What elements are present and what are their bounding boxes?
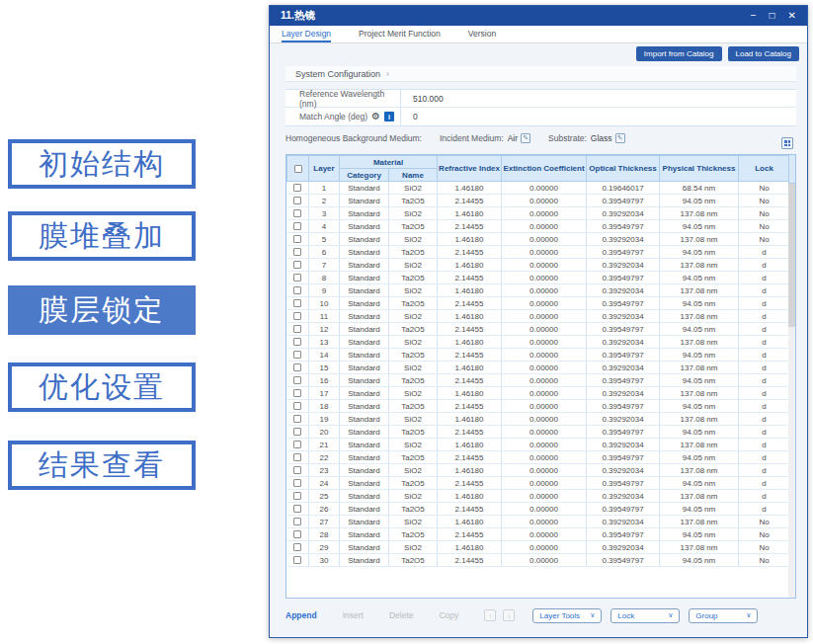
cell-category[interactable]: Standard [340, 246, 389, 259]
cell-physical-thickness[interactable]: 94.05 nm [660, 272, 739, 284]
cell-extinction-coefficient[interactable]: 0.00000 [502, 387, 587, 400]
cell-category[interactable]: Standard [340, 182, 389, 195]
cell-extinction-coefficient[interactable]: 0.00000 [502, 413, 587, 426]
cell-material-name[interactable]: SiO2 [389, 362, 438, 374]
cell-extinction-coefficient[interactable]: 0.00000 [502, 297, 587, 310]
cell-optical-thickness[interactable]: 0.39549797 [587, 477, 660, 490]
cell-category[interactable]: Standard [340, 233, 389, 246]
cell-refractive-index[interactable]: 1.46180 [438, 413, 502, 426]
cell-refractive-index[interactable]: 2.14455 [438, 297, 502, 310]
gear-icon[interactable]: ⚙ [371, 112, 380, 121]
cell-extinction-coefficient[interactable]: 0.00000 [502, 207, 587, 220]
cell-extinction-coefficient[interactable]: 0.00000 [502, 451, 587, 464]
cell-physical-thickness[interactable]: 94.05 nm [660, 400, 739, 413]
cell-category[interactable]: Standard [340, 477, 389, 490]
sidebar-item-stack-superposition[interactable]: 膜堆叠加 [8, 211, 196, 261]
cell-category[interactable]: Standard [340, 336, 389, 349]
cell-lock[interactable]: d [739, 451, 790, 464]
cell-category[interactable]: Standard [340, 387, 389, 400]
column-settings-icon[interactable] [781, 137, 793, 149]
row-checkbox[interactable] [293, 312, 301, 320]
cell-extinction-coefficient[interactable]: 0.00000 [502, 246, 587, 259]
move-up-button[interactable]: ↑ [484, 609, 496, 621]
cell-material-name[interactable]: Ta2O5 [389, 400, 438, 413]
cell-lock[interactable]: No [739, 182, 790, 195]
cell-optical-thickness[interactable]: 0.39549797 [587, 220, 660, 233]
cell-material-name[interactable]: SiO2 [389, 439, 438, 451]
cell-physical-thickness[interactable]: 94.05 nm [660, 297, 739, 310]
cell-lock[interactable]: d [739, 272, 790, 284]
cell-optical-thickness[interactable]: 0.39549797 [587, 297, 660, 310]
cell-category[interactable]: Standard [340, 490, 389, 503]
cell-lock[interactable]: No [739, 554, 790, 567]
cell-refractive-index[interactable]: 1.46180 [438, 516, 502, 528]
row-checkbox[interactable] [293, 428, 301, 436]
edit-substrate-icon[interactable]: ✎ [615, 133, 625, 143]
cell-refractive-index[interactable]: 1.46180 [438, 362, 502, 374]
cell-physical-thickness[interactable]: 94.05 nm [660, 323, 739, 336]
cell-physical-thickness[interactable]: 137.08 nm [660, 387, 739, 400]
cell-lock[interactable]: d [739, 426, 790, 439]
cell-refractive-index[interactable]: 2.14455 [438, 528, 502, 541]
cell-lock[interactable]: No [739, 220, 790, 233]
cell-refractive-index[interactable]: 2.14455 [438, 246, 502, 259]
cell-extinction-coefficient[interactable]: 0.00000 [502, 554, 587, 567]
sidebar-item-initial-structure[interactable]: 初始结构 [8, 139, 196, 189]
cell-refractive-index[interactable]: 2.14455 [438, 374, 502, 387]
cell-lock[interactable]: d [739, 439, 790, 451]
cell-extinction-coefficient[interactable]: 0.00000 [502, 349, 587, 362]
delete-button[interactable]: Delete [389, 610, 414, 620]
cell-refractive-index[interactable]: 2.14455 [438, 503, 502, 516]
cell-extinction-coefficient[interactable]: 0.00000 [502, 195, 587, 207]
cell-extinction-coefficient[interactable]: 0.00000 [502, 503, 587, 516]
cell-material-name[interactable]: SiO2 [389, 310, 438, 323]
cell-material-name[interactable]: Ta2O5 [389, 349, 438, 362]
cell-extinction-coefficient[interactable]: 0.00000 [502, 323, 587, 336]
cell-extinction-coefficient[interactable]: 0.00000 [502, 464, 587, 477]
cell-refractive-index[interactable]: 2.14455 [438, 272, 502, 284]
tab-layer-design[interactable]: Layer Design [282, 26, 331, 42]
cell-category[interactable]: Standard [340, 516, 389, 528]
cell-material-name[interactable]: Ta2O5 [389, 477, 438, 490]
row-checkbox[interactable] [293, 325, 301, 333]
row-checkbox[interactable] [293, 351, 301, 359]
row-checkbox[interactable] [293, 556, 301, 564]
cell-optical-thickness[interactable]: 0.39292034 [587, 362, 660, 374]
cell-material-name[interactable]: SiO2 [389, 516, 438, 528]
cell-category[interactable]: Standard [340, 323, 389, 336]
cell-material-name[interactable]: Ta2O5 [389, 451, 438, 464]
cell-refractive-index[interactable]: 2.14455 [438, 400, 502, 413]
cell-refractive-index[interactable]: 2.14455 [438, 451, 502, 464]
cell-physical-thickness[interactable]: 137.08 nm [660, 259, 739, 272]
row-checkbox[interactable] [293, 197, 301, 204]
append-button[interactable]: Append [285, 610, 317, 620]
cell-physical-thickness[interactable]: 137.08 nm [660, 490, 739, 503]
cell-refractive-index[interactable]: 2.14455 [438, 349, 502, 362]
cell-lock[interactable]: d [739, 246, 790, 259]
cell-optical-thickness[interactable]: 0.19646017 [587, 182, 660, 195]
cell-physical-thickness[interactable]: 94.05 nm [660, 426, 739, 439]
cell-category[interactable]: Standard [340, 426, 389, 439]
cell-optical-thickness[interactable]: 0.39292034 [587, 464, 660, 477]
cell-extinction-coefficient[interactable]: 0.00000 [502, 528, 587, 541]
select-all-checkbox[interactable] [294, 165, 302, 173]
row-checkbox[interactable] [293, 274, 301, 282]
cell-material-name[interactable]: SiO2 [389, 336, 438, 349]
cell-refractive-index[interactable]: 2.14455 [438, 220, 502, 233]
row-checkbox[interactable] [293, 363, 301, 371]
system-configuration-header[interactable]: System Configuration › [285, 66, 796, 82]
close-button[interactable]: ✕ [788, 6, 796, 26]
layer-tools-dropdown[interactable]: Layer Tools ∨ [532, 608, 602, 623]
cell-physical-thickness[interactable]: 137.08 nm [660, 284, 739, 297]
cell-extinction-coefficient[interactable]: 0.00000 [502, 259, 587, 272]
load-to-catalog-button[interactable]: Load to Catalog [728, 46, 800, 61]
tab-project-merit-function[interactable]: Project Merit Function [359, 26, 441, 42]
cell-refractive-index[interactable]: 1.46180 [438, 259, 502, 272]
cell-material-name[interactable]: SiO2 [389, 182, 438, 195]
cell-extinction-coefficient[interactable]: 0.00000 [502, 490, 587, 503]
cell-optical-thickness[interactable]: 0.39549797 [587, 451, 660, 464]
cell-optical-thickness[interactable]: 0.39549797 [587, 246, 660, 259]
row-checkbox[interactable] [293, 492, 301, 500]
cell-physical-thickness[interactable]: 94.05 nm [660, 451, 739, 464]
scrollbar-thumb[interactable] [788, 184, 795, 327]
